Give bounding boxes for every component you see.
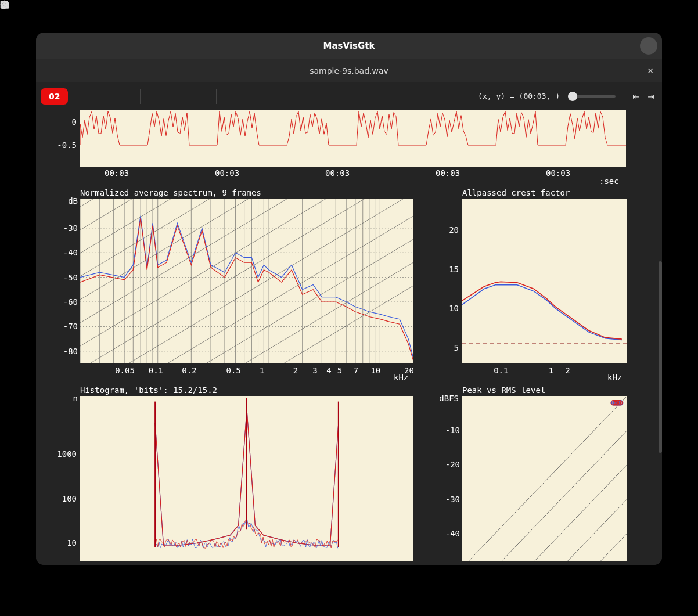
spectrum-ytick: -30 xyxy=(55,224,78,233)
spectrum-ytick: -40 xyxy=(55,248,78,257)
spectrum-xtick: 0.5 xyxy=(226,366,240,375)
wave-xtick-2: 00:03 xyxy=(325,168,350,178)
wave-xtick-1: 00:03 xyxy=(215,168,239,178)
wave-xunit: :sec xyxy=(599,176,619,186)
coord-readout: (x, y) = (00:03, ) xyxy=(478,92,560,100)
spectrum-ytick: -80 xyxy=(55,347,78,356)
move-icon[interactable] xyxy=(146,87,166,106)
crest-xunit: kHz xyxy=(607,373,622,382)
waveform-plot xyxy=(80,110,626,167)
spectrum-ytick: -50 xyxy=(55,273,78,282)
app-title: MasVisGtk xyxy=(246,41,452,51)
app-window: MasVisGtk sample-9s.bad.wav ✕ 02 xyxy=(36,33,662,565)
download-icon[interactable] xyxy=(598,37,616,55)
chart-canvas[interactable]: 0 -0.5 00:03 00:03 00:03 00:03 00:03 :se… xyxy=(36,110,662,565)
spectrum-ytick: -60 xyxy=(55,297,78,307)
crest-title: Allpassed crest factor xyxy=(462,188,570,197)
home-icon[interactable] xyxy=(70,87,90,106)
spectrum-title: Normalized average spectrum, 9 frames xyxy=(80,188,261,197)
wave-xtick-0: 00:03 xyxy=(105,168,129,178)
hist-ytick: 100 xyxy=(49,494,77,503)
titlebar: MasVisGtk xyxy=(36,33,662,59)
wave-ytick-0: 0 xyxy=(58,117,77,127)
wave-ytick-1: -0.5 xyxy=(46,141,77,150)
hist-ytick: 1000 xyxy=(49,449,77,459)
crest-ytick: 5 xyxy=(441,343,459,352)
hist-ytick: 10 xyxy=(49,538,77,547)
pvr-ytick: -40 xyxy=(437,529,460,538)
spectrum-xtick: 4 xyxy=(326,366,331,375)
spectrum-xtick: 0.2 xyxy=(182,366,196,375)
spectrum-xtick: 1 xyxy=(260,366,264,375)
spectrum-xtick: 7 xyxy=(354,366,358,375)
svg-line-14 xyxy=(80,199,413,271)
configure-icon[interactable] xyxy=(190,87,210,106)
svg-line-16 xyxy=(80,199,413,224)
spectrum-xtick: 10 xyxy=(370,366,380,375)
svg-line-62 xyxy=(462,396,627,561)
close-window-button[interactable] xyxy=(640,37,657,55)
wave-xtick-4: 00:03 xyxy=(546,168,570,178)
hist-yunit: n xyxy=(70,394,78,403)
crest-ytick: 15 xyxy=(441,265,459,274)
hist-title: Histogram, 'bits': 15.2/15.2 xyxy=(80,386,217,395)
frame-badge[interactable]: 02 xyxy=(41,88,68,105)
folder-icon[interactable] xyxy=(62,37,79,55)
vertical-scrollbar[interactable] xyxy=(659,261,662,453)
zoom-slider[interactable] xyxy=(568,95,616,98)
hamburger-icon[interactable] xyxy=(619,37,636,55)
spectrum-xtick: 0.05 xyxy=(115,366,135,375)
histogram-plot xyxy=(80,396,413,561)
svg-line-65 xyxy=(462,499,627,561)
spectrum-ytick: -70 xyxy=(55,322,78,331)
pvr-ytick: -30 xyxy=(437,495,460,504)
seek-start-icon[interactable]: ⇤ xyxy=(629,90,642,103)
back-icon[interactable] xyxy=(92,87,112,106)
crest-ytick: 20 xyxy=(441,225,459,235)
seek-end-icon[interactable]: ⇥ xyxy=(645,90,657,103)
spectrum-xtick: 0.1 xyxy=(149,366,163,375)
spectrum-plot xyxy=(80,199,413,363)
spectrum-yunit: dB xyxy=(64,196,78,206)
forward-icon[interactable] xyxy=(114,87,134,106)
tabbar: sample-9s.bad.wav ✕ xyxy=(36,59,662,82)
zoom-icon[interactable] xyxy=(168,87,188,106)
pvr-ytick: -20 xyxy=(437,460,460,469)
wave-xtick-3: 00:03 xyxy=(436,168,460,178)
crest-ytick: 10 xyxy=(441,304,459,313)
svg-line-63 xyxy=(462,430,627,561)
crest-plot xyxy=(462,199,627,363)
spectrum-xtick: 3 xyxy=(312,366,317,375)
crest-xtick: 0.1 xyxy=(494,366,508,375)
chart-toolbar: 02 (x, y) = (00:03, ) ⇤ ⇥ xyxy=(36,82,662,110)
pvr-yunit: dBFS xyxy=(431,394,459,403)
music-icon[interactable] xyxy=(41,37,58,55)
pvr-ytick: -10 xyxy=(437,426,460,435)
tab-close-button[interactable]: ✕ xyxy=(647,66,654,75)
tab-label[interactable]: sample-9s.bad.wav xyxy=(310,66,388,75)
spectrum-xtick: 2 xyxy=(293,366,298,375)
crest-xtick: 1 xyxy=(549,366,553,375)
spectrum-xtick: 5 xyxy=(337,366,342,375)
svg-line-66 xyxy=(462,534,627,561)
pvr-title: Peak vs RMS level xyxy=(462,386,545,395)
crest-xtick: 2 xyxy=(565,366,570,375)
spectrum-xtick: 20 xyxy=(404,366,414,375)
save-icon[interactable] xyxy=(222,87,242,106)
pvr-plot xyxy=(462,396,627,561)
svg-line-64 xyxy=(462,464,627,561)
